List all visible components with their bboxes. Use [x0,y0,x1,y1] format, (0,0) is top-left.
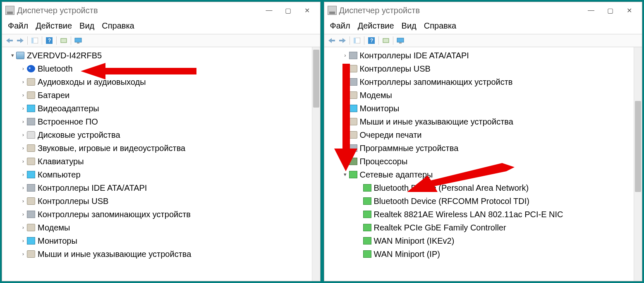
back-button[interactable] [327,36,337,45]
tree-node[interactable]: Bluetooth Device (RFCOMM Protocol TDI) [327,194,634,208]
scan-hardware-button[interactable] [381,36,391,45]
node-label: Контроллеры запоминающих устройств [360,75,513,89]
help-button[interactable]: ? [44,36,54,45]
titlebar[interactable]: Диспетчер устройств — ▢ ✕ [324,2,642,19]
tree-node[interactable]: ›Батареи [5,89,312,102]
tree-node[interactable]: WAN Miniport (IKEv2) [327,234,634,247]
tree-node[interactable]: ›Контроллеры запоминающих устройств [327,75,634,89]
node-label: Bluetooth [38,62,73,75]
chevron-right-icon[interactable]: › [342,144,349,153]
tree-node[interactable]: ›Контроллеры IDE ATA/ATAPI [5,181,312,194]
back-button[interactable] [5,36,14,45]
show-hide-tree-button[interactable] [352,36,362,45]
chevron-right-icon[interactable]: › [342,157,349,166]
help-button[interactable]: ? [366,36,376,45]
menu-file[interactable]: Файл [330,21,350,31]
tree-node[interactable]: ›Встроенное ПО [5,115,312,128]
tree-node[interactable]: ›Контроллеры USB [327,62,634,75]
tree-node[interactable]: Realtek PCIe GbE Family Controller [327,221,634,234]
menu-bar: Файл Действие Вид Справка [324,19,642,34]
minimize-button[interactable]: — [260,4,279,17]
tree-node[interactable]: ›Контроллеры IDE ATA/ATAPI [327,49,634,62]
tree-node[interactable]: Realtek 8821AE Wireless LAN 802.11ac PCI… [327,208,634,221]
menu-action[interactable]: Действие [36,21,72,31]
chevron-right-icon[interactable]: › [342,78,349,86]
tree-node[interactable]: ›Процессоры [327,155,634,168]
chevron-down-icon[interactable]: ▾ [9,51,16,60]
scan-hardware-button[interactable] [59,36,69,45]
vertical-scrollbar[interactable] [634,47,642,281]
chevron-right-icon[interactable]: › [19,184,27,192]
close-button[interactable]: ✕ [620,4,639,17]
tree-node[interactable]: ›Клавиатуры [5,155,312,168]
chevron-right-icon[interactable]: › [342,131,349,139]
menu-help[interactable]: Справка [424,21,456,31]
maximize-button[interactable]: ▢ [601,4,620,17]
maximize-button[interactable]: ▢ [279,4,298,17]
toolbar-separator [378,36,379,45]
chevron-right-icon[interactable]: › [19,131,27,139]
scroll-thumb[interactable] [313,50,319,108]
tree-node[interactable]: ›Видеоадаптеры [5,102,312,115]
device-tree[interactable]: ›Контроллеры IDE ATA/ATAPI›Контроллеры U… [324,47,634,281]
tree-node[interactable]: ›Мониторы [327,102,634,115]
tree-node[interactable]: ›Bluetooth [5,62,312,75]
chevron-right-icon[interactable]: › [342,104,349,113]
node-label: Realtek 8821AE Wireless LAN 802.11ac PCI… [374,208,563,221]
tree-node[interactable]: ›Очереди печати [327,128,634,142]
chevron-right-icon[interactable]: › [19,157,27,166]
root-node[interactable]: ▾ ZVERDVD-I42RFB5 [5,49,312,62]
show-hide-tree-button[interactable] [30,36,40,45]
node-label: Аудиовходы и аудиовыходы [38,75,146,89]
tree-node[interactable]: Bluetooth Device (Personal Area Network) [327,181,634,194]
chevron-right-icon[interactable]: › [19,197,27,206]
tree-node[interactable]: ›Мониторы [5,234,312,247]
menu-help[interactable]: Справка [102,21,134,31]
chevron-right-icon[interactable]: › [19,104,27,113]
monitor-button[interactable] [73,36,83,45]
chevron-down-icon[interactable]: ▾ [342,170,349,179]
menu-view[interactable]: Вид [79,21,94,31]
device-tree[interactable]: ▾ ZVERDVD-I42RFB5 ›Bluetooth›Аудиовходы … [2,47,312,281]
scroll-thumb[interactable] [635,101,641,192]
chevron-right-icon[interactable]: › [19,118,27,126]
chevron-right-icon[interactable]: › [19,91,27,100]
chevron-right-icon[interactable]: › [19,210,27,219]
toolbar: ? [324,34,642,47]
tree-node[interactable]: ›Мыши и иные указывающие устройства [327,115,634,128]
chevron-right-icon[interactable]: › [342,51,349,60]
menu-file[interactable]: Файл [8,21,28,31]
tree-node[interactable]: ›Компьютер [5,168,312,181]
chevron-right-icon[interactable]: › [19,78,27,86]
tree-node[interactable]: ›Дисковые устройства [5,128,312,142]
tree-node[interactable]: ›Контроллеры запоминающих устройств [5,208,312,221]
chevron-right-icon[interactable]: › [19,144,27,153]
minimize-button[interactable]: — [582,4,601,17]
tree-node[interactable]: ›Программные устройства [327,142,634,155]
tree-node[interactable]: ›Модемы [5,221,312,234]
monitor-button[interactable] [395,36,405,45]
chevron-right-icon[interactable]: › [19,65,27,73]
forward-button[interactable] [338,36,347,45]
chevron-right-icon[interactable]: › [19,170,27,179]
node-label: Мониторы [38,234,77,247]
menu-view[interactable]: Вид [402,21,417,31]
category-node-network-adapters[interactable]: ▾ Сетевые адаптеры [327,168,634,181]
tree-node[interactable]: ›Модемы [327,89,634,102]
menu-action[interactable]: Действие [358,21,394,31]
chevron-right-icon[interactable]: › [19,250,27,259]
titlebar[interactable]: Диспетчер устройств — ▢ ✕ [2,2,320,19]
forward-button[interactable] [15,36,25,45]
chevron-right-icon[interactable]: › [19,237,27,245]
tree-node[interactable]: ›Контроллеры USB [5,194,312,208]
tree-node[interactable]: WAN Miniport (IP) [327,247,634,261]
chevron-right-icon[interactable]: › [19,223,27,232]
tree-node[interactable]: ›Звуковые, игровые и видеоустройства [5,142,312,155]
chevron-right-icon[interactable]: › [342,65,349,73]
chevron-right-icon[interactable]: › [342,118,349,126]
close-button[interactable]: ✕ [298,4,317,17]
tree-node[interactable]: ›Аудиовходы и аудиовыходы [5,75,312,89]
tree-node[interactable]: ›Мыши и иные указывающие устройства [5,247,312,261]
chevron-right-icon[interactable]: › [342,91,349,100]
vertical-scrollbar[interactable] [312,47,320,281]
